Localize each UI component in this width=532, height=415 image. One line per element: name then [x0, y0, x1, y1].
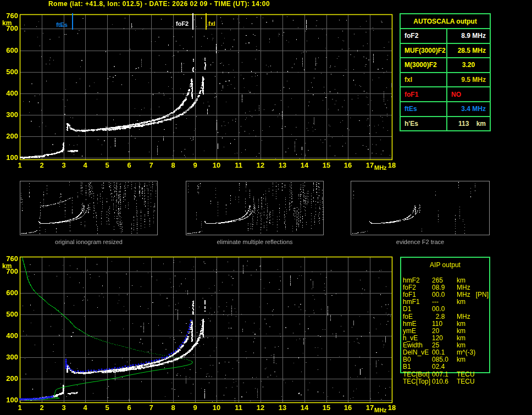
table-row-MUF3000F2: MUF(3000)F2 28.5 MHz — [401, 43, 490, 58]
aip-param-unit: km — [457, 335, 465, 342]
aip-param-unit: TECU — [457, 378, 475, 385]
y-tick-bottom-200: 200 — [0, 375, 18, 382]
param-label: foF2 — [401, 29, 446, 43]
y-tick-bottom-500: 500 — [0, 311, 18, 318]
aip-param-value: --- — [432, 298, 439, 306]
aip-param-value: 010.6 — [432, 378, 448, 385]
aip-param-unit: MHz — [457, 284, 470, 291]
x-tick-top-13: 13 — [271, 162, 293, 169]
aip-param-label: foE — [403, 313, 413, 320]
table-row-foF2: foF2 8.9 MHz — [401, 28, 490, 43]
param-value: 3.4 MHz — [446, 102, 490, 116]
y-tick-bottom-760: 760 — [0, 256, 18, 262]
aip-param-label: TEC[Top] — [403, 378, 430, 385]
x-tick-bottom-14: 14 — [293, 405, 315, 411]
param-value: 3.20 — [446, 58, 490, 72]
aip-param-label: DelN_vE — [403, 349, 429, 356]
aip-param-label: h_vE — [403, 335, 418, 342]
y-tick-top-760: 760 — [0, 13, 18, 19]
aip-param-label: B0 — [403, 356, 411, 363]
x-tick-bottom-3: 3 — [53, 405, 75, 411]
y-tick-top-500: 500 — [0, 69, 18, 75]
y-tick-bottom-300: 300 — [0, 354, 18, 361]
x-tick-bottom-6: 6 — [118, 405, 140, 411]
y-tick-top-400: 400 — [0, 90, 18, 97]
aip-param-value: 00.1 — [432, 349, 445, 356]
x-tick-top-6: 6 — [118, 162, 140, 169]
aip-param-value: 110 — [432, 320, 442, 328]
aip-param-label: B1 — [403, 363, 411, 370]
table-row-ftEs: ftEs 3.4 MHz — [401, 101, 490, 116]
aip-param-label: hmE — [403, 320, 417, 328]
aip-param-label: hmF1 — [403, 298, 420, 306]
param-value: 8.9 MHz — [446, 29, 490, 43]
autoscala-output-table: AUTOSCALA output foF2 8.9 MHz MUF(3000)F… — [400, 13, 491, 131]
param-label: MUF(3000)F2 — [401, 44, 446, 58]
param-value: 9.5 MHz — [446, 73, 490, 87]
param-label: ftEs — [401, 102, 446, 116]
x-axis-unit-bottom: MHz — [374, 407, 387, 413]
thumbnail-caption-evidence: evidence F2 trace — [351, 239, 490, 245]
x-tick-top-5: 5 — [96, 162, 118, 169]
page-title: Rome (lat: +41.8, lon: 012.5) - DATE: 20… — [48, 0, 270, 8]
aip-param-value: 120 — [432, 335, 443, 342]
aip-param-value: 00.0 — [432, 306, 445, 313]
marker-label-fxI: fxI — [208, 20, 215, 27]
x-tick-bottom-7: 7 — [140, 405, 162, 411]
aip-param-value: 085.0 — [432, 356, 448, 363]
aip-param-unit: km — [457, 356, 465, 363]
y-axis-unit-top: km — [2, 20, 18, 26]
x-tick-top-14: 14 — [293, 162, 315, 169]
x-tick-bottom-12: 12 — [250, 405, 271, 411]
x-tick-bottom-9: 9 — [184, 405, 206, 411]
aip-param-unit: km — [457, 298, 465, 306]
y-tick-top-300: 300 — [0, 112, 18, 118]
x-tick-top-3: 3 — [53, 162, 75, 169]
x-tick-top-2: 2 — [31, 162, 53, 169]
aip-param-label: TEC[Bot] — [403, 371, 430, 378]
marker-label-foF2: foF2 — [176, 20, 189, 27]
marker-label-ftEs: ftEs — [56, 21, 68, 28]
y-tick-bottom-100: 100 — [0, 397, 18, 403]
x-tick-bottom-13: 13 — [271, 405, 293, 411]
thumbnail-caption-original: original ionogram resized — [20, 239, 158, 245]
y-tick-bottom-600: 600 — [0, 290, 18, 296]
param-value: 28.5 MHz — [446, 44, 490, 58]
aip-param-label: Ewidth — [403, 342, 423, 349]
aip-param-value: 007.1 — [432, 371, 448, 378]
x-tick-top-10: 10 — [206, 162, 228, 169]
aip-param-unit: TECU — [457, 371, 475, 378]
aip-param-unit: km — [457, 328, 465, 335]
x-tick-bottom-10: 10 — [206, 405, 228, 411]
x-axis-unit-top: MHz — [374, 164, 387, 171]
x-tick-bottom-8: 8 — [162, 405, 184, 411]
aip-param-value: 20 — [432, 328, 439, 335]
x-tick-top-1: 1 — [9, 162, 31, 169]
table-row-hEs: h'Es 113 km — [401, 116, 490, 131]
x-tick-top-4: 4 — [74, 162, 96, 169]
aip-param-unit: km — [457, 342, 465, 349]
param-label: h'Es — [401, 117, 446, 131]
aip-param-label: hmF2 — [403, 277, 420, 284]
x-tick-bottom-2: 2 — [31, 405, 53, 411]
aip-param-value: 265 — [432, 277, 443, 284]
y-tick-top-600: 600 — [0, 47, 18, 54]
aip-param-unit: km — [457, 320, 465, 328]
autoscala-table-header: AUTOSCALA output — [401, 14, 490, 28]
param-label: fxI — [401, 73, 446, 87]
table-row-M3000F2: M(3000)F2 3.20 — [401, 57, 490, 72]
aip-param-value: 2.8 — [432, 313, 445, 320]
table-row-foF1: foF1 NO — [401, 86, 490, 101]
y-tick-bottom-400: 400 — [0, 333, 18, 339]
aip-param-value: 25 — [432, 342, 439, 349]
x-tick-bottom-1: 1 — [9, 405, 31, 411]
x-tick-top-12: 12 — [250, 162, 271, 169]
aip-param-label: foF2 — [403, 284, 416, 291]
x-tick-bottom-4: 4 — [74, 405, 96, 411]
aip-param-unit: m^(-3) — [457, 349, 475, 356]
param-value: NO — [446, 87, 490, 101]
x-tick-top-9: 9 — [184, 162, 206, 169]
y-tick-top-200: 200 — [0, 133, 18, 140]
param-value: 113 km — [446, 117, 490, 131]
aip-param-value: 02.4 — [432, 363, 445, 370]
